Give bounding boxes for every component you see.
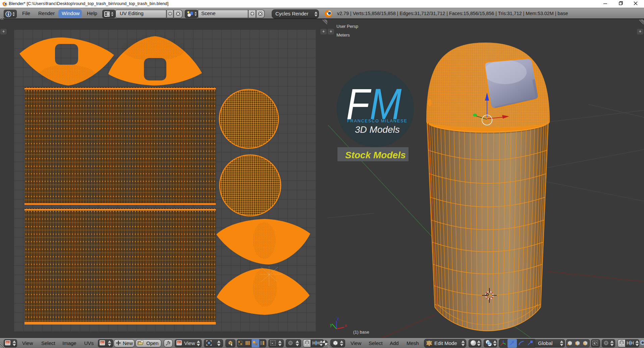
svg-text:x: x	[345, 323, 347, 328]
svg-text:y: y	[330, 323, 332, 327]
svg-text:z: z	[337, 316, 339, 321]
